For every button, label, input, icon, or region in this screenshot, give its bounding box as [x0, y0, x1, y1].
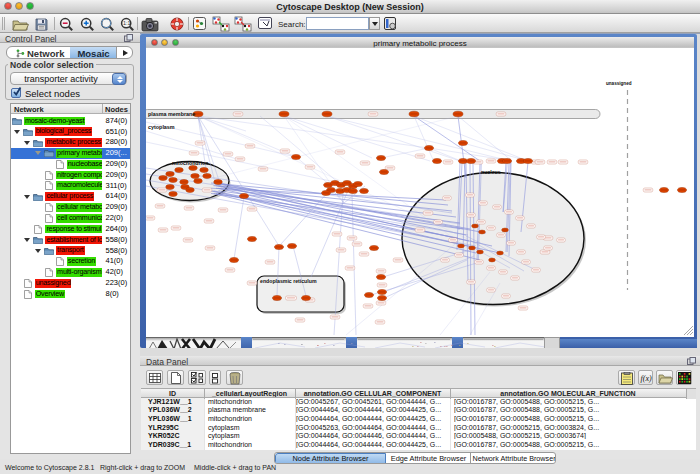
svg-text:plasma membrane: plasma membrane — [148, 111, 195, 117]
svg-text:unassigned: unassigned — [606, 81, 632, 86]
svg-text:endoplasmic reticulum: endoplasmic reticulum — [260, 278, 317, 284]
svg-text:mitochondrion: mitochondrion — [172, 160, 208, 166]
svg-text:cytoplasm: cytoplasm — [148, 124, 175, 130]
svg-text:nucleus: nucleus — [481, 169, 501, 175]
svg-text:1:1: 1:1 — [123, 20, 131, 26]
